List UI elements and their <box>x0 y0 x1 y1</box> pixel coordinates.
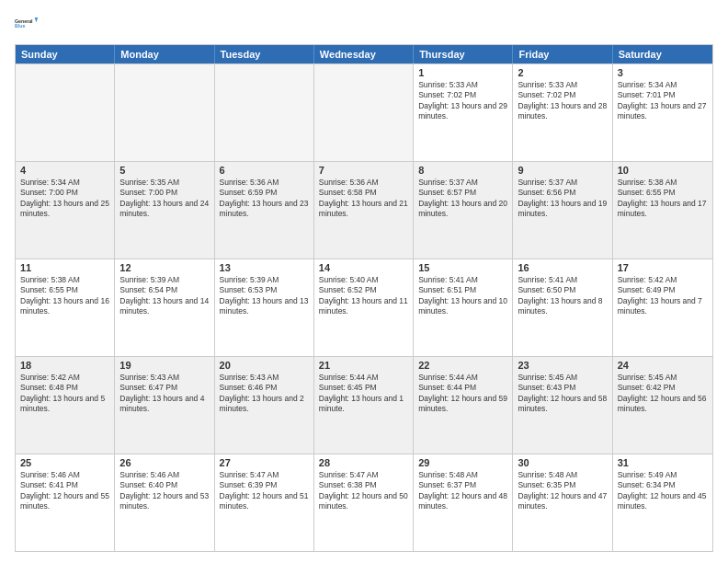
day-info: Sunrise: 5:42 AMSunset: 6:48 PMDaylight:… <box>20 373 109 415</box>
page: GeneralBlue SundayMondayTuesdayWednesday… <box>0 0 728 563</box>
day-number: 20 <box>220 360 309 371</box>
day-info: Sunrise: 5:36 AMSunset: 6:58 PMDaylight:… <box>319 178 408 220</box>
day-cell-5: 5Sunrise: 5:35 AMSunset: 7:00 PMDaylight… <box>115 162 214 259</box>
day-info: Sunrise: 5:43 AMSunset: 6:47 PMDaylight:… <box>119 373 209 415</box>
day-cell-6: 6Sunrise: 5:36 AMSunset: 6:59 PMDaylight… <box>215 162 314 259</box>
day-number: 1 <box>418 67 507 78</box>
day-cell-18: 18Sunrise: 5:42 AMSunset: 6:48 PMDayligh… <box>16 357 115 454</box>
day-cell-1: 1Sunrise: 5:33 AMSunset: 7:02 PMDaylight… <box>414 64 513 161</box>
day-number: 9 <box>518 165 607 176</box>
day-number: 29 <box>418 457 507 468</box>
day-info: Sunrise: 5:38 AMSunset: 6:55 PMDaylight:… <box>20 275 109 317</box>
day-number: 8 <box>418 165 507 176</box>
logo: GeneralBlue <box>15 11 40 37</box>
day-number: 26 <box>119 457 209 468</box>
logo-icon: GeneralBlue <box>15 11 40 37</box>
calendar: SundayMondayTuesdayWednesdayThursdayFrid… <box>15 44 713 552</box>
day-info: Sunrise: 5:48 AMSunset: 6:37 PMDaylight:… <box>418 470 507 512</box>
header-day-friday: Friday <box>513 45 612 63</box>
day-cell-16: 16Sunrise: 5:41 AMSunset: 6:50 PMDayligh… <box>513 259 612 356</box>
day-info: Sunrise: 5:44 AMSunset: 6:45 PMDaylight:… <box>319 373 408 415</box>
day-info: Sunrise: 5:40 AMSunset: 6:52 PMDaylight:… <box>319 275 408 317</box>
day-cell-4: 4Sunrise: 5:34 AMSunset: 7:00 PMDaylight… <box>16 162 115 259</box>
header-day-saturday: Saturday <box>613 45 712 63</box>
day-cell-17: 17Sunrise: 5:42 AMSunset: 6:49 PMDayligh… <box>613 259 712 356</box>
header-day-sunday: Sunday <box>16 45 115 63</box>
day-number: 10 <box>618 165 708 176</box>
day-info: Sunrise: 5:38 AMSunset: 6:55 PMDaylight:… <box>618 178 708 220</box>
day-info: Sunrise: 5:45 AMSunset: 6:43 PMDaylight:… <box>518 373 607 415</box>
day-cell-29: 29Sunrise: 5:48 AMSunset: 6:37 PMDayligh… <box>414 454 513 551</box>
day-number: 30 <box>518 457 607 468</box>
empty-cell <box>215 64 314 161</box>
day-info: Sunrise: 5:47 AMSunset: 6:39 PMDaylight:… <box>220 470 309 512</box>
day-info: Sunrise: 5:39 AMSunset: 6:53 PMDaylight:… <box>220 275 309 317</box>
day-info: Sunrise: 5:42 AMSunset: 6:49 PMDaylight:… <box>618 275 708 317</box>
day-number: 6 <box>220 165 309 176</box>
day-cell-30: 30Sunrise: 5:48 AMSunset: 6:35 PMDayligh… <box>513 454 612 551</box>
empty-cell <box>16 64 115 161</box>
day-cell-26: 26Sunrise: 5:46 AMSunset: 6:40 PMDayligh… <box>115 454 214 551</box>
day-info: Sunrise: 5:48 AMSunset: 6:35 PMDaylight:… <box>518 470 607 512</box>
header-day-tuesday: Tuesday <box>215 45 314 63</box>
day-info: Sunrise: 5:41 AMSunset: 6:51 PMDaylight:… <box>418 275 507 317</box>
empty-cell <box>115 64 214 161</box>
calendar-week-3: 11Sunrise: 5:38 AMSunset: 6:55 PMDayligh… <box>16 259 712 356</box>
day-info: Sunrise: 5:37 AMSunset: 6:56 PMDaylight:… <box>518 178 607 220</box>
day-cell-27: 27Sunrise: 5:47 AMSunset: 6:39 PMDayligh… <box>215 454 314 551</box>
day-cell-31: 31Sunrise: 5:49 AMSunset: 6:34 PMDayligh… <box>613 454 712 551</box>
header: GeneralBlue <box>15 11 713 37</box>
day-cell-23: 23Sunrise: 5:45 AMSunset: 6:43 PMDayligh… <box>513 357 612 454</box>
day-number: 14 <box>319 262 408 273</box>
day-info: Sunrise: 5:33 AMSunset: 7:02 PMDaylight:… <box>518 80 607 122</box>
day-info: Sunrise: 5:41 AMSunset: 6:50 PMDaylight:… <box>518 275 607 317</box>
day-number: 19 <box>119 360 209 371</box>
day-info: Sunrise: 5:34 AMSunset: 7:01 PMDaylight:… <box>618 80 708 122</box>
header-day-wednesday: Wednesday <box>314 45 414 63</box>
day-number: 21 <box>319 360 408 371</box>
day-cell-15: 15Sunrise: 5:41 AMSunset: 6:51 PMDayligh… <box>414 259 513 356</box>
day-number: 5 <box>119 165 209 176</box>
day-info: Sunrise: 5:43 AMSunset: 6:46 PMDaylight:… <box>220 373 309 415</box>
day-info: Sunrise: 5:47 AMSunset: 6:38 PMDaylight:… <box>319 470 408 512</box>
calendar-week-4: 18Sunrise: 5:42 AMSunset: 6:48 PMDayligh… <box>16 356 712 454</box>
day-number: 24 <box>618 360 708 371</box>
day-info: Sunrise: 5:46 AMSunset: 6:41 PMDaylight:… <box>20 470 109 512</box>
day-number: 16 <box>518 262 607 273</box>
day-cell-21: 21Sunrise: 5:44 AMSunset: 6:45 PMDayligh… <box>314 357 414 454</box>
day-cell-25: 25Sunrise: 5:46 AMSunset: 6:41 PMDayligh… <box>16 454 115 551</box>
empty-cell <box>314 64 414 161</box>
day-number: 28 <box>319 457 408 468</box>
day-info: Sunrise: 5:37 AMSunset: 6:57 PMDaylight:… <box>418 178 507 220</box>
svg-marker-2 <box>35 17 39 23</box>
day-info: Sunrise: 5:49 AMSunset: 6:34 PMDaylight:… <box>618 470 708 512</box>
day-info: Sunrise: 5:35 AMSunset: 7:00 PMDaylight:… <box>119 178 209 220</box>
day-cell-11: 11Sunrise: 5:38 AMSunset: 6:55 PMDayligh… <box>16 259 115 356</box>
header-day-thursday: Thursday <box>414 45 513 63</box>
day-info: Sunrise: 5:36 AMSunset: 6:59 PMDaylight:… <box>220 178 309 220</box>
day-cell-14: 14Sunrise: 5:40 AMSunset: 6:52 PMDayligh… <box>314 259 414 356</box>
day-cell-28: 28Sunrise: 5:47 AMSunset: 6:38 PMDayligh… <box>314 454 414 551</box>
day-cell-8: 8Sunrise: 5:37 AMSunset: 6:57 PMDaylight… <box>414 162 513 259</box>
day-cell-2: 2Sunrise: 5:33 AMSunset: 7:02 PMDaylight… <box>513 64 612 161</box>
day-cell-10: 10Sunrise: 5:38 AMSunset: 6:55 PMDayligh… <box>613 162 712 259</box>
day-info: Sunrise: 5:39 AMSunset: 6:54 PMDaylight:… <box>119 275 209 317</box>
day-number: 18 <box>20 360 109 371</box>
calendar-header: SundayMondayTuesdayWednesdayThursdayFrid… <box>16 45 712 63</box>
day-number: 12 <box>119 262 209 273</box>
day-number: 22 <box>418 360 507 371</box>
day-number: 11 <box>20 262 109 273</box>
day-number: 15 <box>418 262 507 273</box>
day-info: Sunrise: 5:44 AMSunset: 6:44 PMDaylight:… <box>418 373 507 415</box>
svg-text:General: General <box>15 18 33 24</box>
calendar-week-5: 25Sunrise: 5:46 AMSunset: 6:41 PMDayligh… <box>16 454 712 551</box>
day-info: Sunrise: 5:34 AMSunset: 7:00 PMDaylight:… <box>20 178 109 220</box>
day-number: 3 <box>618 67 708 78</box>
day-number: 7 <box>319 165 408 176</box>
day-cell-7: 7Sunrise: 5:36 AMSunset: 6:58 PMDaylight… <box>314 162 414 259</box>
day-number: 27 <box>220 457 309 468</box>
day-cell-24: 24Sunrise: 5:45 AMSunset: 6:42 PMDayligh… <box>613 357 712 454</box>
day-cell-9: 9Sunrise: 5:37 AMSunset: 6:56 PMDaylight… <box>513 162 612 259</box>
day-info: Sunrise: 5:46 AMSunset: 6:40 PMDaylight:… <box>119 470 209 512</box>
svg-text:Blue: Blue <box>15 23 25 29</box>
